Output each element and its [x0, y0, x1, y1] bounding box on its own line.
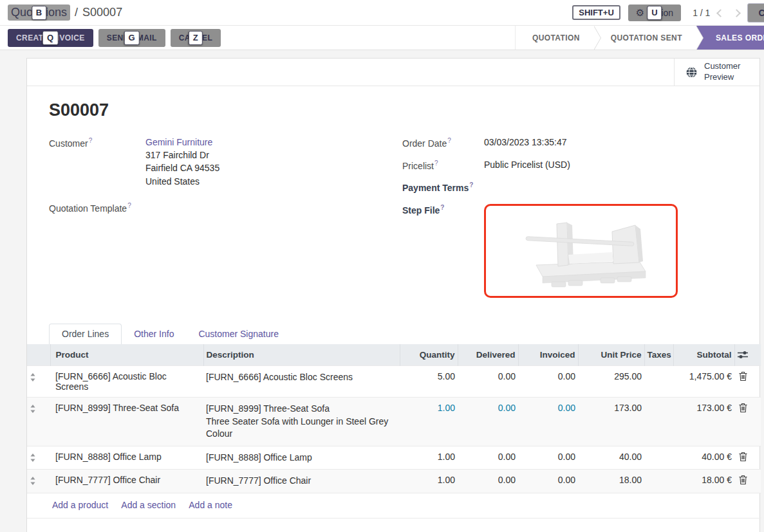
delete-row-button[interactable] — [734, 365, 761, 397]
cell-taxes[interactable] — [644, 397, 673, 446]
table-footer-links: Add a product Add a section Add a note — [27, 493, 761, 518]
top-bar: Quotations B / S00007 SHIFT+U ⚙ Action U… — [0, 0, 764, 26]
notebook-tabs: Order Lines Other Info Customer Signatur… — [27, 324, 759, 344]
cell-unit-price[interactable]: 173.00 — [578, 397, 644, 446]
tab-order-lines[interactable]: Order Lines — [49, 324, 122, 344]
cell-taxes[interactable] — [644, 446, 673, 470]
customer-link[interactable]: Gemini Furniture — [145, 137, 212, 147]
cell-description[interactable]: [FURN_8999] Three-Seat Sofa Three Seater… — [203, 397, 400, 446]
add-a-section-link[interactable]: Add a section — [121, 500, 176, 510]
quotation-template-field-label: Quotation Template? — [49, 202, 145, 214]
cell-subtotal: 173.00 € — [673, 397, 734, 446]
cell-product[interactable]: [FURN_6666] Acoustic Bloc Screens — [50, 365, 203, 397]
field-column-right: Order Date? 03/03/2023 13:35:47 Pricelis… — [391, 137, 734, 304]
optional-columns-toggle[interactable] — [734, 344, 761, 366]
customer-preview-label: Customer Preview — [704, 61, 745, 83]
cell-invoiced[interactable]: 0.00 — [518, 470, 578, 493]
step-file-3d-preview — [486, 206, 676, 296]
cell-description[interactable]: [FURN_6666] Acoustic Bloc Screens — [203, 365, 400, 397]
column-invoiced[interactable]: Invoiced — [518, 344, 578, 366]
tab-other-info[interactable]: Other Info — [122, 324, 186, 344]
delete-row-button[interactable] — [734, 397, 761, 446]
drag-handle[interactable] — [27, 365, 50, 397]
cell-taxes[interactable] — [644, 365, 673, 397]
cell-unit-price[interactable]: 18.00 — [578, 470, 644, 493]
drag-handle[interactable] — [27, 446, 50, 470]
cell-taxes[interactable] — [644, 470, 673, 493]
cell-quantity[interactable]: 1.00 — [400, 446, 458, 470]
pager-previous-button[interactable] — [718, 7, 726, 19]
column-product[interactable]: Product — [50, 344, 203, 366]
help-icon: ? — [469, 181, 473, 188]
cell-product[interactable]: [FURN_7777] Office Chair — [50, 470, 203, 493]
drag-handle[interactable] — [27, 470, 50, 493]
status-step-quotation-sent[interactable]: QUOTATION SENT — [594, 26, 696, 50]
cell-invoiced[interactable]: 0.00 — [518, 365, 578, 397]
column-description[interactable]: Description — [203, 344, 400, 366]
add-a-product-link[interactable]: Add a product — [52, 500, 108, 510]
trash-icon — [739, 475, 747, 484]
record-action-buttons: CREATE INVOICE Q SEND EMAIL G CANCEL Z — [8, 26, 221, 50]
cell-quantity[interactable]: 1.00 — [400, 470, 458, 493]
shortcut-badge-action: U — [647, 6, 662, 20]
add-a-note-link[interactable]: Add a note — [189, 500, 232, 510]
cell-quantity[interactable]: 1.00 — [400, 397, 458, 446]
customer-preview-button[interactable]: Customer Preview — [674, 59, 759, 86]
column-taxes[interactable]: Taxes — [644, 344, 673, 366]
field-quotation-template: Quotation Template? — [49, 202, 391, 214]
pricelist-field-value[interactable]: Public Pricelist (USD) — [484, 160, 570, 171]
breadcrumb-quotations-link[interactable]: Quotations B — [8, 5, 70, 21]
cell-unit-price[interactable]: 40.00 — [578, 446, 644, 470]
cell-delivered[interactable]: 0.00 — [458, 397, 518, 446]
cancel-button[interactable]: CANCEL Z — [171, 29, 221, 47]
table-row: [FURN_6666] Acoustic Bloc Screens [FURN_… — [27, 365, 761, 397]
column-unit-price[interactable]: Unit Price — [578, 344, 644, 366]
cell-description[interactable]: [FURN_8888] Office Lamp — [203, 446, 400, 470]
delete-row-button[interactable] — [734, 470, 761, 493]
send-email-button[interactable]: SEND EMAIL G — [98, 29, 165, 47]
cell-invoiced[interactable]: 0.00 — [518, 446, 578, 470]
table-header: Product Description Quantity Delivered I… — [27, 344, 761, 366]
delete-row-button[interactable] — [734, 446, 761, 470]
order-date-field-value[interactable]: 03/03/2023 13:35:47 — [484, 137, 566, 149]
cell-invoiced[interactable]: 0.00 — [518, 397, 578, 446]
sheet-button-box: Customer Preview — [27, 59, 759, 86]
topbar-right-controls: SHIFT+U ⚙ Action U 1 / 1 Create C — [572, 3, 764, 23]
cell-product[interactable]: [FURN_8888] Office Lamp — [50, 446, 203, 470]
shortcut-badge-shift-action: SHIFT+U — [572, 5, 620, 20]
create-button-label: Create — [758, 8, 764, 18]
cell-unit-price[interactable]: 295.00 — [578, 365, 644, 397]
create-invoice-button[interactable]: CREATE INVOICE Q — [8, 29, 93, 47]
drag-handle-icon — [30, 454, 36, 462]
cell-quantity[interactable]: 5.00 — [400, 365, 458, 397]
record-pager: 1 / 1 — [693, 8, 710, 18]
breadcrumb-separator: / — [75, 6, 78, 19]
help-icon: ? — [440, 204, 444, 211]
help-icon: ? — [434, 160, 438, 167]
column-quantity[interactable]: Quantity — [400, 344, 458, 366]
cell-subtotal: 40.00 € — [673, 446, 734, 470]
field-payment-terms: Payment Terms? — [402, 181, 734, 193]
pricelist-field-label: Pricelist? — [402, 160, 484, 171]
drag-handle-icon — [30, 405, 36, 413]
create-button[interactable]: Create C — [747, 3, 764, 23]
field-grid: Customer? Gemini Furniture 317 Fairchild… — [49, 137, 734, 304]
step-file-image[interactable] — [484, 204, 678, 298]
table-row: [FURN_8888] Office Lamp [FURN_8888] Offi… — [27, 446, 761, 470]
cell-delivered[interactable]: 0.00 — [458, 470, 518, 493]
cell-product[interactable]: [FURN_8999] Three-Seat Sofa — [50, 397, 203, 446]
drag-handle[interactable] — [27, 397, 50, 446]
column-subtotal[interactable]: Subtotal — [673, 344, 734, 366]
tab-customer-signature[interactable]: Customer Signature — [186, 324, 291, 344]
status-bar: CREATE INVOICE Q SEND EMAIL G CANCEL Z Q… — [0, 26, 764, 50]
cell-description[interactable]: [FURN_7777] Office Chair — [203, 470, 400, 493]
drag-handle-icon — [30, 373, 36, 381]
help-icon: ? — [447, 137, 451, 144]
status-step-quotation[interactable]: QUOTATION — [515, 26, 594, 50]
column-delivered[interactable]: Delivered — [458, 344, 518, 366]
cell-delivered[interactable]: 0.00 — [458, 446, 518, 470]
cell-delivered[interactable]: 0.00 — [458, 365, 518, 397]
pager-next-button[interactable] — [734, 7, 740, 19]
action-menu-button[interactable]: ⚙ Action U — [628, 5, 681, 21]
status-step-sales-order[interactable]: SALES ORDER — [696, 26, 764, 50]
